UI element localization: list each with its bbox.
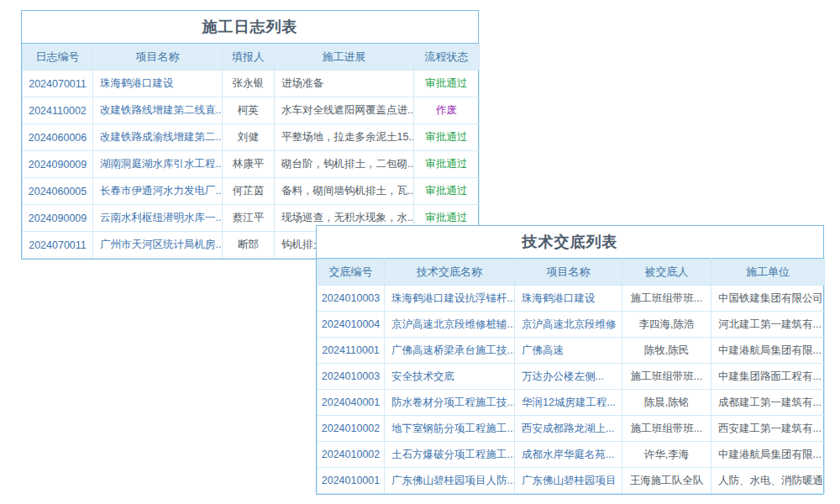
tech-row[interactable]: 2024010004 京沪高速北京段维修桩辅... 京沪高速北京段维修 李四海,… bbox=[318, 312, 825, 338]
tech-row[interactable]: 2024010003 安全技术交底 万达办公楼左侧... 施工班组带班... 中… bbox=[318, 364, 825, 390]
log-status-badge: 审批通过 bbox=[414, 71, 480, 97]
log-reporter: 蔡江平 bbox=[223, 205, 275, 232]
log-id-link[interactable]: 2024090009 bbox=[23, 151, 93, 178]
log-progress: 水车对全线遮阳网覆盖点进... bbox=[275, 97, 414, 124]
status-text: 审批通过 bbox=[426, 212, 468, 223]
disclosure-name-link[interactable]: 安全技术交底 bbox=[385, 364, 515, 390]
disclosure-id-link[interactable]: 2024040001 bbox=[318, 390, 385, 416]
status-text: 审批通过 bbox=[426, 131, 468, 143]
col-project-name: 项目名称 bbox=[93, 44, 223, 71]
construction-log-panel: 施工日志列表 日志编号 项目名称 填报人 施工进展 流程状态 202407001… bbox=[21, 10, 479, 260]
log-reporter: 断部 bbox=[223, 232, 275, 259]
disclosed-to: 施工班组带班... bbox=[622, 364, 711, 390]
disclosure-name-link[interactable]: 广东佛山碧桂园项目人防... bbox=[385, 468, 515, 494]
disclosure-id-link[interactable]: 2024010004 bbox=[318, 312, 385, 338]
disclosure-id-link[interactable]: 2024010001 bbox=[318, 468, 385, 494]
col-disclosure-id: 交底编号 bbox=[318, 259, 385, 286]
tech-disclosure-title: 技术交底列表 bbox=[317, 226, 823, 258]
log-row[interactable]: 2024110002 改建铁路线增建第二线直... 柯英 水车对全线遮阳网覆盖点… bbox=[23, 97, 480, 124]
tech-project-link[interactable]: 广佛高速 bbox=[515, 338, 622, 364]
disclosed-to: 陈晨,陈铭 bbox=[622, 390, 711, 416]
log-id-link[interactable]: 2024070011 bbox=[23, 71, 93, 97]
col-reporter: 填报人 bbox=[223, 44, 275, 71]
tech-disclosure-table: 交底编号 技术交底名称 项目名称 被交底人 施工单位 2024010003 珠海… bbox=[317, 258, 825, 494]
log-progress: 平整场地，拉走多余泥土15... bbox=[275, 124, 414, 151]
log-project-link[interactable]: 长春市伊通河水力发电厂... bbox=[93, 178, 223, 205]
col-disclosed-to: 被交底人 bbox=[622, 259, 711, 286]
tech-project-link[interactable]: 西安成都路龙湖上... bbox=[515, 416, 622, 442]
disclosed-to: 王海施工队全队 bbox=[622, 468, 711, 494]
construction-log-title: 施工日志列表 bbox=[22, 11, 478, 43]
status-text: 审批通过 bbox=[426, 77, 468, 89]
log-project-link[interactable]: 湖南洞庭湖水库引水工程... bbox=[93, 151, 223, 178]
log-project-link[interactable]: 改建铁路成渝线增建第二... bbox=[93, 124, 223, 151]
log-status-badge: 审批通过 bbox=[414, 151, 480, 178]
construction-unit: 成都建工第一建筑有... bbox=[711, 390, 825, 416]
log-row[interactable]: 2024070011 珠海鹤港口建设 张永银 进场准备 审批通过 bbox=[23, 71, 480, 97]
log-progress: 备料，砌间墙钩机排土，瓦... bbox=[275, 178, 414, 205]
tech-project-link[interactable]: 广东佛山碧桂园项目 bbox=[515, 468, 622, 494]
log-id-link[interactable]: 2024090009 bbox=[23, 205, 93, 232]
log-id-link[interactable]: 2024070011 bbox=[23, 232, 93, 259]
log-reporter: 刘健 bbox=[223, 124, 275, 151]
log-row[interactable]: 2024060006 改建铁路成渝线增建第二... 刘健 平整场地，拉走多余泥土… bbox=[23, 124, 480, 151]
tech-row[interactable]: 2024010001 广东佛山碧桂园项目人防... 广东佛山碧桂园项目 王海施工… bbox=[318, 468, 825, 494]
disclosed-to: 许华,李海 bbox=[622, 442, 711, 468]
log-reporter: 林康平 bbox=[223, 151, 275, 178]
disclosed-to: 陈牧,陈民 bbox=[622, 338, 711, 364]
disclosure-id-link[interactable]: 2024010002 bbox=[318, 442, 385, 468]
disclosure-id-link[interactable]: 2024010003 bbox=[318, 286, 385, 312]
tech-row[interactable]: 2024010003 珠海鹤港口建设抗浮锚杆... 珠海鹤港口建设 施工班组带班… bbox=[318, 286, 825, 312]
disclosure-name-link[interactable]: 防水卷材分项工程施工技... bbox=[385, 390, 515, 416]
disclosure-id-link[interactable]: 2024110001 bbox=[318, 338, 385, 364]
disclosed-to: 施工班组带班... bbox=[622, 416, 711, 442]
tech-header-row: 交底编号 技术交底名称 项目名称 被交底人 施工单位 bbox=[318, 259, 825, 286]
log-reporter: 柯英 bbox=[223, 97, 275, 124]
log-project-link[interactable]: 改建铁路线增建第二线直... bbox=[93, 97, 223, 124]
tech-project-link[interactable]: 成都水岸华庭名苑... bbox=[515, 442, 622, 468]
disclosure-name-link[interactable]: 广佛高速桥梁承台施工技... bbox=[385, 338, 515, 364]
log-row[interactable]: 2024060005 长春市伊通河水力发电厂... 何芷茵 备料，砌间墙钩机排土… bbox=[23, 178, 480, 205]
disclosure-name-link[interactable]: 京沪高速北京段维修桩辅... bbox=[385, 312, 515, 338]
tech-row[interactable]: 2024110001 广佛高速桥梁承台施工技... 广佛高速 陈牧,陈民 中建港… bbox=[318, 338, 825, 364]
tech-project-link[interactable]: 华润12城房建工程... bbox=[515, 390, 622, 416]
disclosed-to: 施工班组带班... bbox=[622, 286, 711, 312]
log-project-link[interactable]: 珠海鹤港口建设 bbox=[93, 71, 223, 97]
log-project-link[interactable]: 云南水利枢纽潜明水库一... bbox=[93, 205, 223, 232]
log-reporter: 何芷茵 bbox=[223, 178, 275, 205]
disclosed-to: 李四海,陈浩 bbox=[622, 312, 711, 338]
disclosure-name-link[interactable]: 地下室钢筋分项工程施工... bbox=[385, 416, 515, 442]
tech-project-link[interactable]: 万达办公楼左侧... bbox=[515, 364, 622, 390]
status-text: 审批通过 bbox=[426, 158, 468, 170]
construction-unit: 河北建工第一建筑有... bbox=[711, 312, 825, 338]
status-text: 作废 bbox=[436, 104, 457, 116]
disclosure-name-link[interactable]: 珠海鹤港口建设抗浮锚杆... bbox=[385, 286, 515, 312]
col-progress: 施工进展 bbox=[275, 44, 414, 71]
col-disclosure-name: 技术交底名称 bbox=[385, 259, 515, 286]
construction-unit: 中国铁建集团有限公司 bbox=[711, 286, 825, 312]
col-construction-unit: 施工单位 bbox=[711, 259, 825, 286]
log-id-link[interactable]: 2024060006 bbox=[23, 124, 93, 151]
log-header-row: 日志编号 项目名称 填报人 施工进展 流程状态 bbox=[23, 44, 480, 71]
disclosure-id-link[interactable]: 2024010002 bbox=[318, 416, 385, 442]
log-project-link[interactable]: 广州市天河区统计局机房... bbox=[93, 232, 223, 259]
log-id-link[interactable]: 2024060005 bbox=[23, 178, 93, 205]
tech-row[interactable]: 2024040001 防水卷材分项工程施工技... 华润12城房建工程... 陈… bbox=[318, 390, 825, 416]
log-progress: 砌台阶，钩机排土，二包砌... bbox=[275, 151, 414, 178]
disclosure-id-link[interactable]: 2024010003 bbox=[318, 364, 385, 390]
log-row[interactable]: 2024090009 湖南洞庭湖水库引水工程... 林康平 砌台阶，钩机排土，二… bbox=[23, 151, 480, 178]
disclosure-name-link[interactable]: 土石方爆破分项工程施工... bbox=[385, 442, 515, 468]
tech-row[interactable]: 2024010002 土石方爆破分项工程施工... 成都水岸华庭名苑... 许华… bbox=[318, 442, 825, 468]
col-project-name: 项目名称 bbox=[515, 259, 622, 286]
construction-unit: 人防、水电、消防暖通... bbox=[711, 468, 825, 494]
log-status-badge: 作废 bbox=[414, 97, 480, 124]
log-reporter: 张永银 bbox=[223, 71, 275, 97]
construction-unit: 中建港航局集团有限... bbox=[711, 338, 825, 364]
tech-row[interactable]: 2024010002 地下室钢筋分项工程施工... 西安成都路龙湖上... 施工… bbox=[318, 416, 825, 442]
log-progress: 进场准备 bbox=[275, 71, 414, 97]
tech-project-link[interactable]: 京沪高速北京段维修 bbox=[515, 312, 622, 338]
tech-project-link[interactable]: 珠海鹤港口建设 bbox=[515, 286, 622, 312]
log-id-link[interactable]: 2024110002 bbox=[23, 97, 93, 124]
log-status-badge: 审批通过 bbox=[414, 178, 480, 205]
construction-unit: 中建集团路面工程有... bbox=[711, 364, 825, 390]
